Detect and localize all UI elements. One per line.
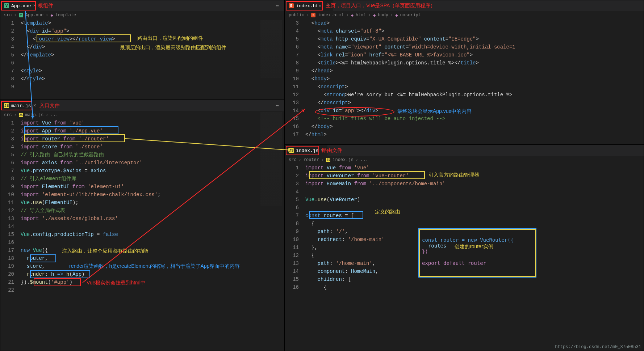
tab-main-js[interactable]: JS main.js ×	[0, 100, 40, 111]
breadcrumb-item[interactable]: html	[356, 13, 366, 18]
code-text: routes	[422, 243, 446, 249]
html-icon: 5	[311, 13, 315, 17]
breadcrumb[interactable]: public› 5 index.html› ◆ html› ◆ body› ◆ …	[285, 11, 644, 19]
breadcrumb-item[interactable]: template	[55, 13, 76, 18]
code-editor[interactable]: 12345678910111213141516171819202122 impo…	[0, 119, 284, 294]
breadcrumb-item[interactable]: ...	[50, 113, 58, 118]
tab-router-index-js[interactable]: JS index.js ×	[285, 145, 327, 156]
breadcrumb-item[interactable]: ...	[360, 157, 368, 162]
vue-icon: V	[19, 13, 23, 17]
tab-bar: V App.vue × ⋯	[0, 0, 284, 11]
tab-label: App.vue	[11, 3, 31, 9]
code-editor[interactable]: 34567891011121314151617 <head> <meta cha…	[285, 19, 644, 139]
breadcrumb-item[interactable]: index.js	[333, 157, 354, 162]
tab-app-vue[interactable]: V App.vue ×	[0, 0, 40, 11]
editor-pane-index-html: 5 index.html × public› 5 index.html› ◆ h…	[285, 0, 644, 145]
breadcrumb-item[interactable]: public	[289, 13, 304, 18]
breadcrumb[interactable]: src› JS main.js› ...	[0, 111, 284, 119]
breadcrumb-item[interactable]: body	[378, 13, 388, 18]
html-icon: 5	[289, 3, 294, 8]
tab-label: main.js	[11, 103, 31, 109]
breadcrumb-item[interactable]: src	[289, 157, 297, 162]
breadcrumb-item[interactable]: router	[304, 157, 319, 162]
minimap[interactable]	[260, 20, 282, 78]
code-editor[interactable]: 12345678910111213141516 import Vue from …	[285, 164, 644, 291]
js-icon: JS	[4, 103, 9, 108]
breadcrumb-item[interactable]: App.vue	[25, 13, 43, 18]
close-icon[interactable]: ×	[321, 148, 323, 153]
symbol-icon: ◆	[373, 13, 376, 18]
close-icon[interactable]: ×	[33, 3, 36, 9]
tab-bar: JS main.js × ⋯	[0, 100, 284, 111]
js-icon: JS	[289, 148, 294, 153]
breadcrumb-item[interactable]: src	[4, 113, 12, 118]
tab-bar: 5 index.html ×	[285, 0, 644, 11]
symbol-icon: ◆	[395, 13, 398, 18]
breadcrumb[interactable]: src› router› JS index.js› ...	[285, 156, 644, 164]
editor-pane-main-js: JS main.js × ⋯ src› JS main.js› ... 1234…	[0, 100, 285, 351]
annotation-code: const router = new VueRouter({ routes })…	[422, 231, 514, 272]
breadcrumb-item[interactable]: noscript	[400, 13, 421, 18]
code-text: })	[422, 249, 428, 254]
editor-pane-router-index: JS index.js × src› router› JS index.js› …	[285, 145, 644, 351]
breadcrumb-item[interactable]: main.js	[25, 113, 43, 118]
tab-label: index.html	[296, 3, 324, 9]
breadcrumb[interactable]: src› V App.vue› ◆ template	[0, 11, 284, 19]
tab-index-html[interactable]: 5 index.html ×	[285, 0, 333, 11]
symbol-icon: ◆	[50, 13, 53, 18]
editor-actions-icon[interactable]: ⋯	[276, 102, 280, 109]
code-text: export default router	[422, 260, 486, 266]
editor-pane-app-vue: V App.vue × ⋯ src› V App.vue› ◆ template…	[0, 0, 285, 100]
editor-actions-icon[interactable]: ⋯	[276, 2, 280, 9]
tab-bar: JS index.js ×	[285, 145, 644, 156]
breadcrumb-item[interactable]: index.html	[318, 13, 344, 18]
tab-label: index.js	[296, 148, 318, 153]
breadcrumb-item[interactable]: src	[4, 13, 12, 18]
js-icon: JS	[19, 113, 23, 117]
close-icon[interactable]: ×	[33, 103, 36, 109]
symbol-icon: ◆	[351, 13, 354, 18]
vue-icon: V	[4, 3, 9, 8]
minimap[interactable]	[260, 112, 282, 206]
watermark: https://blog.csdn.net/m0_37508531	[555, 344, 641, 350]
code-editor[interactable]: 123456789 <template> <div id="app"> <rou…	[0, 19, 284, 91]
close-icon[interactable]: ×	[326, 3, 329, 9]
code-text: const router = new VueRouter({	[422, 237, 514, 243]
js-icon: JS	[326, 158, 330, 162]
